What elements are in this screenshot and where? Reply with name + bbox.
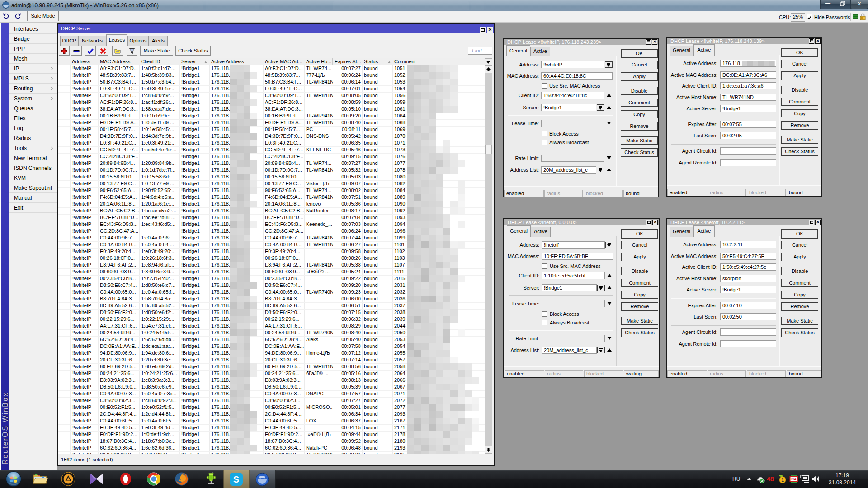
svg-text:1: 1 bbox=[781, 478, 784, 483]
svg-text:NA: NA bbox=[791, 477, 797, 481]
svg-text:S: S bbox=[233, 474, 239, 484]
